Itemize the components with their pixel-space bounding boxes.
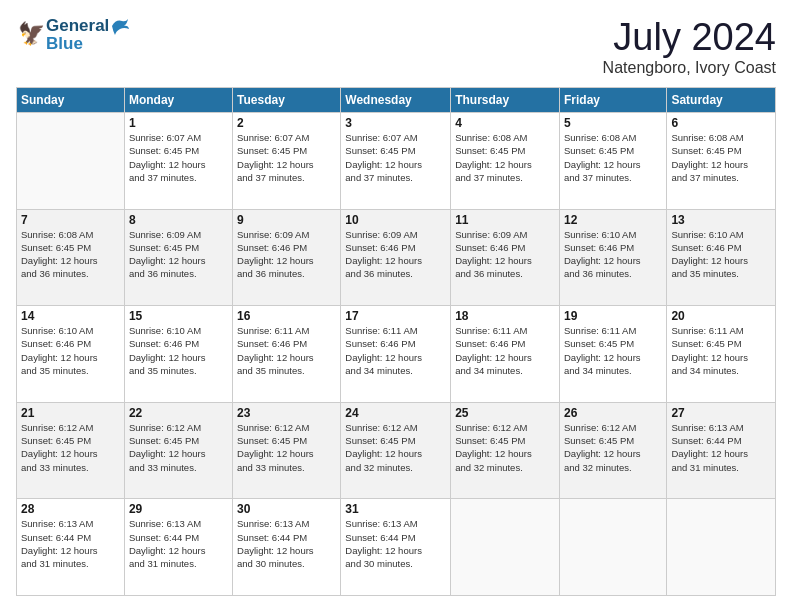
logo-text-blue: Blue bbox=[46, 34, 130, 54]
calendar-cell bbox=[667, 499, 776, 596]
title-block: July 2024 Natengboro, Ivory Coast bbox=[603, 16, 776, 77]
calendar-header-thursday: Thursday bbox=[451, 88, 560, 113]
calendar-cell: 28Sunrise: 6:13 AM Sunset: 6:44 PM Dayli… bbox=[17, 499, 125, 596]
calendar-cell: 3Sunrise: 6:07 AM Sunset: 6:45 PM Daylig… bbox=[341, 113, 451, 210]
day-info: Sunrise: 6:10 AM Sunset: 6:46 PM Dayligh… bbox=[21, 324, 120, 377]
day-info: Sunrise: 6:09 AM Sunset: 6:46 PM Dayligh… bbox=[455, 228, 555, 281]
day-info: Sunrise: 6:12 AM Sunset: 6:45 PM Dayligh… bbox=[237, 421, 336, 474]
day-number: 16 bbox=[237, 309, 336, 323]
day-info: Sunrise: 6:12 AM Sunset: 6:45 PM Dayligh… bbox=[345, 421, 446, 474]
calendar-cell: 24Sunrise: 6:12 AM Sunset: 6:45 PM Dayli… bbox=[341, 402, 451, 499]
calendar-cell bbox=[559, 499, 666, 596]
day-info: Sunrise: 6:08 AM Sunset: 6:45 PM Dayligh… bbox=[455, 131, 555, 184]
calendar-cell: 14Sunrise: 6:10 AM Sunset: 6:46 PM Dayli… bbox=[17, 306, 125, 403]
calendar-cell: 5Sunrise: 6:08 AM Sunset: 6:45 PM Daylig… bbox=[559, 113, 666, 210]
day-number: 27 bbox=[671, 406, 771, 420]
day-number: 18 bbox=[455, 309, 555, 323]
day-number: 10 bbox=[345, 213, 446, 227]
day-info: Sunrise: 6:12 AM Sunset: 6:45 PM Dayligh… bbox=[564, 421, 662, 474]
calendar-week-2: 7Sunrise: 6:08 AM Sunset: 6:45 PM Daylig… bbox=[17, 209, 776, 306]
day-number: 22 bbox=[129, 406, 228, 420]
calendar-cell: 7Sunrise: 6:08 AM Sunset: 6:45 PM Daylig… bbox=[17, 209, 125, 306]
day-number: 28 bbox=[21, 502, 120, 516]
day-info: Sunrise: 6:07 AM Sunset: 6:45 PM Dayligh… bbox=[237, 131, 336, 184]
day-info: Sunrise: 6:13 AM Sunset: 6:44 PM Dayligh… bbox=[21, 517, 120, 570]
day-number: 3 bbox=[345, 116, 446, 130]
logo: 🦅 General Blue bbox=[16, 16, 130, 54]
day-info: Sunrise: 6:12 AM Sunset: 6:45 PM Dayligh… bbox=[455, 421, 555, 474]
day-info: Sunrise: 6:11 AM Sunset: 6:45 PM Dayligh… bbox=[671, 324, 771, 377]
main-title: July 2024 bbox=[603, 16, 776, 59]
day-info: Sunrise: 6:11 AM Sunset: 6:46 PM Dayligh… bbox=[455, 324, 555, 377]
calendar-cell: 21Sunrise: 6:12 AM Sunset: 6:45 PM Dayli… bbox=[17, 402, 125, 499]
calendar-cell bbox=[17, 113, 125, 210]
day-info: Sunrise: 6:07 AM Sunset: 6:45 PM Dayligh… bbox=[129, 131, 228, 184]
day-number: 13 bbox=[671, 213, 771, 227]
day-info: Sunrise: 6:08 AM Sunset: 6:45 PM Dayligh… bbox=[564, 131, 662, 184]
calendar-table: SundayMondayTuesdayWednesdayThursdayFrid… bbox=[16, 87, 776, 596]
calendar-cell: 13Sunrise: 6:10 AM Sunset: 6:46 PM Dayli… bbox=[667, 209, 776, 306]
day-info: Sunrise: 6:08 AM Sunset: 6:45 PM Dayligh… bbox=[671, 131, 771, 184]
calendar-cell: 10Sunrise: 6:09 AM Sunset: 6:46 PM Dayli… bbox=[341, 209, 451, 306]
day-number: 29 bbox=[129, 502, 228, 516]
day-number: 12 bbox=[564, 213, 662, 227]
calendar-cell: 18Sunrise: 6:11 AM Sunset: 6:46 PM Dayli… bbox=[451, 306, 560, 403]
calendar-cell: 15Sunrise: 6:10 AM Sunset: 6:46 PM Dayli… bbox=[124, 306, 232, 403]
calendar-cell: 8Sunrise: 6:09 AM Sunset: 6:45 PM Daylig… bbox=[124, 209, 232, 306]
day-number: 26 bbox=[564, 406, 662, 420]
day-number: 19 bbox=[564, 309, 662, 323]
day-number: 2 bbox=[237, 116, 336, 130]
calendar-cell: 31Sunrise: 6:13 AM Sunset: 6:44 PM Dayli… bbox=[341, 499, 451, 596]
day-info: Sunrise: 6:11 AM Sunset: 6:46 PM Dayligh… bbox=[237, 324, 336, 377]
day-number: 21 bbox=[21, 406, 120, 420]
day-info: Sunrise: 6:11 AM Sunset: 6:46 PM Dayligh… bbox=[345, 324, 446, 377]
calendar-cell: 27Sunrise: 6:13 AM Sunset: 6:44 PM Dayli… bbox=[667, 402, 776, 499]
day-info: Sunrise: 6:13 AM Sunset: 6:44 PM Dayligh… bbox=[345, 517, 446, 570]
calendar-cell: 2Sunrise: 6:07 AM Sunset: 6:45 PM Daylig… bbox=[233, 113, 341, 210]
header: 🦅 General Blue July 2024 Natengboro, Ivo… bbox=[16, 16, 776, 77]
day-number: 25 bbox=[455, 406, 555, 420]
calendar-cell: 23Sunrise: 6:12 AM Sunset: 6:45 PM Dayli… bbox=[233, 402, 341, 499]
day-number: 20 bbox=[671, 309, 771, 323]
calendar-cell: 20Sunrise: 6:11 AM Sunset: 6:45 PM Dayli… bbox=[667, 306, 776, 403]
day-info: Sunrise: 6:10 AM Sunset: 6:46 PM Dayligh… bbox=[564, 228, 662, 281]
calendar-week-3: 14Sunrise: 6:10 AM Sunset: 6:46 PM Dayli… bbox=[17, 306, 776, 403]
day-info: Sunrise: 6:12 AM Sunset: 6:45 PM Dayligh… bbox=[129, 421, 228, 474]
calendar-header-friday: Friday bbox=[559, 88, 666, 113]
calendar-cell: 1Sunrise: 6:07 AM Sunset: 6:45 PM Daylig… bbox=[124, 113, 232, 210]
calendar-cell: 16Sunrise: 6:11 AM Sunset: 6:46 PM Dayli… bbox=[233, 306, 341, 403]
day-number: 7 bbox=[21, 213, 120, 227]
calendar-week-1: 1Sunrise: 6:07 AM Sunset: 6:45 PM Daylig… bbox=[17, 113, 776, 210]
day-info: Sunrise: 6:07 AM Sunset: 6:45 PM Dayligh… bbox=[345, 131, 446, 184]
day-info: Sunrise: 6:10 AM Sunset: 6:46 PM Dayligh… bbox=[129, 324, 228, 377]
calendar-cell: 6Sunrise: 6:08 AM Sunset: 6:45 PM Daylig… bbox=[667, 113, 776, 210]
day-number: 6 bbox=[671, 116, 771, 130]
calendar-cell: 26Sunrise: 6:12 AM Sunset: 6:45 PM Dayli… bbox=[559, 402, 666, 499]
calendar-cell: 30Sunrise: 6:13 AM Sunset: 6:44 PM Dayli… bbox=[233, 499, 341, 596]
day-number: 11 bbox=[455, 213, 555, 227]
day-number: 17 bbox=[345, 309, 446, 323]
bird-icon bbox=[110, 17, 130, 35]
day-number: 23 bbox=[237, 406, 336, 420]
day-info: Sunrise: 6:13 AM Sunset: 6:44 PM Dayligh… bbox=[129, 517, 228, 570]
calendar-week-4: 21Sunrise: 6:12 AM Sunset: 6:45 PM Dayli… bbox=[17, 402, 776, 499]
day-info: Sunrise: 6:09 AM Sunset: 6:46 PM Dayligh… bbox=[237, 228, 336, 281]
day-number: 24 bbox=[345, 406, 446, 420]
day-info: Sunrise: 6:12 AM Sunset: 6:45 PM Dayligh… bbox=[21, 421, 120, 474]
calendar-header-saturday: Saturday bbox=[667, 88, 776, 113]
day-number: 8 bbox=[129, 213, 228, 227]
day-number: 5 bbox=[564, 116, 662, 130]
day-info: Sunrise: 6:13 AM Sunset: 6:44 PM Dayligh… bbox=[237, 517, 336, 570]
subtitle: Natengboro, Ivory Coast bbox=[603, 59, 776, 77]
calendar-cell bbox=[451, 499, 560, 596]
calendar-header-row: SundayMondayTuesdayWednesdayThursdayFrid… bbox=[17, 88, 776, 113]
day-info: Sunrise: 6:08 AM Sunset: 6:45 PM Dayligh… bbox=[21, 228, 120, 281]
day-info: Sunrise: 6:09 AM Sunset: 6:45 PM Dayligh… bbox=[129, 228, 228, 281]
page: 🦅 General Blue July 2024 Natengboro, Ivo… bbox=[0, 0, 792, 612]
day-number: 9 bbox=[237, 213, 336, 227]
day-number: 1 bbox=[129, 116, 228, 130]
day-number: 31 bbox=[345, 502, 446, 516]
calendar-header-monday: Monday bbox=[124, 88, 232, 113]
day-info: Sunrise: 6:10 AM Sunset: 6:46 PM Dayligh… bbox=[671, 228, 771, 281]
svg-text:🦅: 🦅 bbox=[18, 21, 46, 47]
